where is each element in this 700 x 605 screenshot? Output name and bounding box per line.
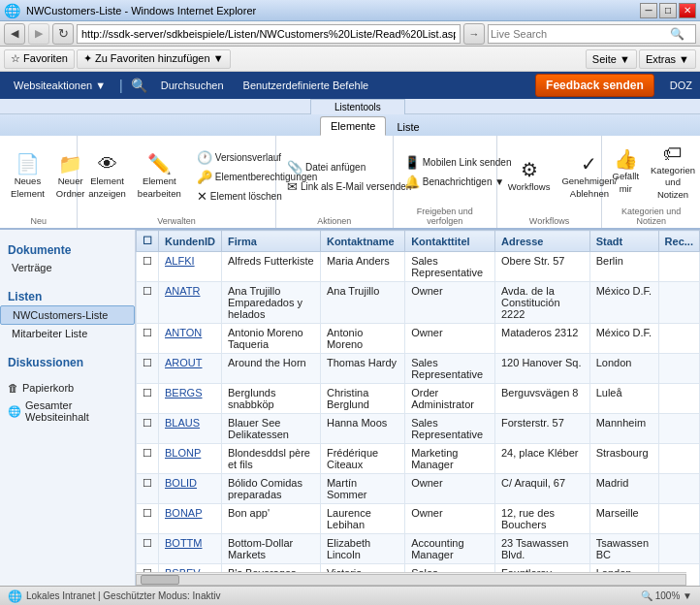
back-button[interactable]: ◀ [4, 23, 25, 45]
close-button[interactable]: ✕ [679, 3, 696, 18]
row-adresse: Berguvsvägen 8 [494, 384, 589, 414]
go-button[interactable]: → [463, 23, 485, 45]
extras-menu-button[interactable]: Extras ▼ [639, 49, 696, 69]
col-firma[interactable]: Firma [221, 231, 320, 252]
zoom-level[interactable]: 🔍 100% ▼ [641, 590, 692, 601]
row-kontakt: Ana Trujillo [320, 282, 404, 324]
row-checkbox[interactable]: ☐ [137, 474, 159, 504]
row-stadt: México D.F. [589, 282, 658, 324]
websiteaktionen-button[interactable]: Websiteaktionen ▼ [8, 78, 111, 93]
element-bearbeiten-button[interactable]: ✏️ Elementbearbeiten [133, 150, 186, 204]
col-rec[interactable]: Rec... [658, 231, 699, 252]
row-rec [658, 414, 699, 444]
sidebar-item-websiteinhalt[interactable]: 🌐 Gesamter Websiteinhalt [0, 397, 135, 426]
gefaellt-mir-button[interactable]: 👍 Gefälltmir [608, 145, 643, 199]
sidebar-item-nwcustomers[interactable]: NWCustomers-Liste [0, 305, 135, 325]
customer-id-link[interactable]: BLONP [165, 447, 201, 459]
row-titel: Sales Representative [405, 252, 495, 282]
horizontal-scrollbar[interactable] [136, 572, 686, 586]
row-rec [658, 384, 699, 414]
durchsuchen-button[interactable]: Durchsuchen [155, 78, 230, 93]
row-checkbox[interactable]: ☐ [137, 252, 159, 282]
col-kontakttitel[interactable]: Kontakttitel [405, 231, 495, 252]
search-icon[interactable]: 🔍 [670, 27, 684, 41]
customer-id-link[interactable]: ANATR [165, 285, 200, 297]
customer-id-link[interactable]: BOLID [165, 477, 197, 489]
title-bar-buttons: ─ □ ✕ [640, 3, 696, 18]
forward-button[interactable]: ▶ [28, 23, 49, 45]
row-kundenid[interactable]: ANATR [159, 282, 222, 324]
feedback-button[interactable]: Feedback senden [535, 74, 654, 97]
row-checkbox[interactable]: ☐ [137, 504, 159, 534]
minimize-button[interactable]: ─ [640, 3, 657, 18]
table-row: ☐ BLONP Blondesddsl père et fils Frédéri… [137, 444, 700, 474]
row-rec [658, 534, 699, 564]
bell-icon: 🔔 [404, 175, 420, 189]
title-bar: 🌐 NWCustomers-Liste - Windows Internet E… [0, 0, 700, 21]
col-adresse[interactable]: Adresse [494, 231, 589, 252]
row-kundenid[interactable]: BLONP [159, 444, 222, 474]
row-checkbox[interactable]: ☐ [137, 282, 159, 324]
row-titel: Marketing Manager [405, 444, 495, 474]
tab-liste[interactable]: Liste [386, 116, 430, 136]
customer-id-link[interactable]: BOTTM [165, 537, 203, 549]
row-firma: Ana Trujillo Emparedados y helados [221, 282, 320, 324]
col-stadt[interactable]: Stadt [589, 231, 658, 252]
row-titel: Owner [405, 504, 495, 534]
table-row: ☐ BOTTM Bottom-Dollar Markets Elizabeth … [137, 534, 700, 564]
sidebar-item-vertraege[interactable]: Verträge [0, 259, 135, 276]
element-anzeigen-button[interactable]: 👁 Elementanzeigen [83, 150, 131, 204]
kategorien-button[interactable]: 🏷 Kategorien undNotizen [645, 140, 700, 205]
neues-element-label: NeuesElement [11, 175, 45, 200]
row-checkbox[interactable]: ☐ [137, 534, 159, 564]
row-stadt: Marseille [589, 504, 658, 534]
col-kundenid[interactable]: KundenID [159, 231, 222, 252]
verwalten-section-label: Verwalten [83, 214, 270, 226]
customer-id-link[interactable]: AROUT [165, 357, 203, 368]
row-checkbox[interactable]: ☐ [137, 324, 159, 354]
col-kontaktname[interactable]: Kontaktname [320, 231, 404, 252]
customer-id-link[interactable]: ALFKI [165, 255, 195, 267]
customer-id-link[interactable]: BLAUS [165, 417, 200, 429]
workflows-section-label: Workflows [503, 214, 596, 226]
email-icon: ✉ [287, 179, 298, 194]
row-firma: Blauer See Delikatessen [221, 414, 320, 444]
row-kundenid[interactable]: BOTTM [159, 534, 222, 564]
row-firma: Around the Horn [221, 354, 320, 384]
freigeben-section-label: Freigeben und verfolgen [399, 205, 491, 226]
table-row: ☐ BONAP Bon app' Laurence Lebihan Owner … [137, 504, 700, 534]
row-titel: Sales Representative [405, 354, 495, 384]
row-kundenid[interactable]: ANTON [159, 324, 222, 354]
benutzerdefinierte-button[interactable]: Benutzerdefinierte Befehle [238, 78, 375, 93]
row-kontakt: Hanna Moos [320, 414, 404, 444]
sidebar-item-papierkorb[interactable]: 🗑 Papierkorb [0, 379, 135, 397]
search-input[interactable] [491, 28, 670, 40]
reload-button[interactable]: ↻ [52, 23, 74, 45]
row-checkbox[interactable]: ☐ [137, 414, 159, 444]
customer-id-link[interactable]: ANTON [165, 327, 202, 338]
sidebar-item-mitarbeiter[interactable]: Mitarbeiter Liste [0, 325, 135, 342]
page-menu-button[interactable]: Seite ▼ [586, 49, 637, 69]
row-kontakt: Martín Sommer [320, 474, 404, 504]
row-checkbox[interactable]: ☐ [137, 354, 159, 384]
customer-id-link[interactable]: BONAP [165, 507, 203, 519]
status-bar: 🌐 Lokales Intranet | Geschützter Modus: … [0, 586, 700, 605]
row-checkbox[interactable]: ☐ [137, 384, 159, 414]
customer-id-link[interactable]: BERGS [165, 387, 203, 398]
row-kundenid[interactable]: ALFKI [159, 252, 222, 282]
row-kundenid[interactable]: BONAP [159, 504, 222, 534]
row-kundenid[interactable]: AROUT [159, 354, 222, 384]
favorites-button[interactable]: ☆ Favoriten [4, 49, 75, 69]
row-kundenid[interactable]: BERGS [159, 384, 222, 414]
maximize-button[interactable]: □ [659, 3, 677, 18]
add-favorites-button[interactable]: ✦ Zu Favoriten hinzufügen ▼ [77, 49, 231, 69]
row-titel: Accounting Manager [405, 534, 495, 564]
tab-elemente[interactable]: Elemente [320, 116, 386, 136]
workflows-button[interactable]: ⚙ Workflows [503, 156, 556, 197]
row-kontakt: Laurence Lebihan [320, 504, 404, 534]
row-kundenid[interactable]: BLAUS [159, 414, 222, 444]
neues-element-button[interactable]: 📄 NeuesElement [6, 150, 49, 204]
row-kundenid[interactable]: BOLID [159, 474, 222, 504]
row-checkbox[interactable]: ☐ [137, 444, 159, 474]
address-input[interactable] [77, 24, 461, 44]
